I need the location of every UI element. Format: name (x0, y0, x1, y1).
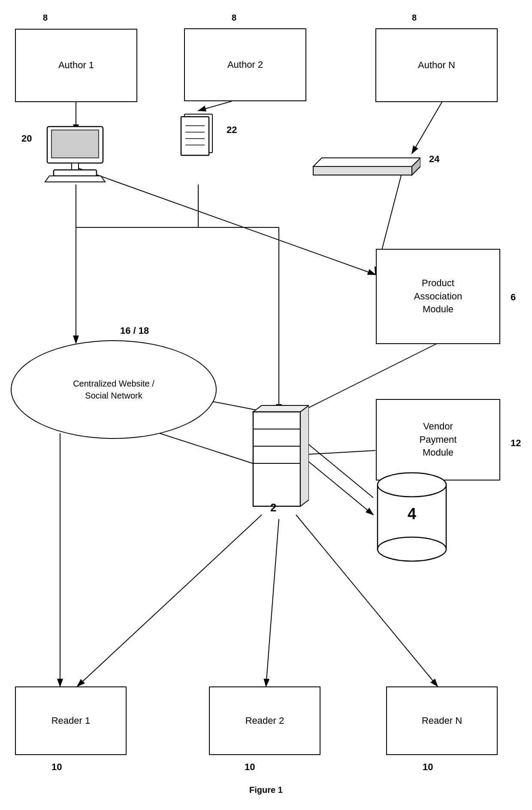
centralized-website-label: Centralized Website / Social Network (73, 378, 154, 402)
svg-rect-26 (72, 163, 79, 170)
svg-line-17 (300, 455, 373, 515)
svg-line-18 (300, 438, 373, 498)
reader1-box: Reader 1 (15, 686, 127, 755)
diagram: Author 1 8 Author 2 8 Author N 8 20 (0, 0, 532, 810)
svg-line-16 (300, 450, 375, 455)
device22-icon (176, 111, 219, 184)
svg-rect-25 (51, 130, 99, 158)
svg-text:4: 4 (408, 505, 416, 523)
author1-label: Author 1 (58, 59, 94, 72)
computer-num: 20 (21, 133, 32, 144)
svg-line-3 (198, 101, 232, 111)
reader1-label: Reader 1 (51, 714, 91, 728)
svg-line-20 (77, 515, 262, 686)
readerN-num: 10 (423, 762, 433, 773)
svg-point-46 (378, 537, 446, 561)
server-icon (245, 403, 309, 515)
vendor-payment-label: Vendor Payment Module (420, 420, 457, 459)
author2-box: Author 2 (184, 28, 306, 101)
database-icon: 4 (369, 468, 455, 566)
readerN-label: Reader N (422, 714, 462, 728)
svg-marker-38 (253, 405, 309, 412)
svg-marker-35 (313, 158, 420, 166)
svg-rect-30 (181, 117, 209, 155)
readerN-box: Reader N (386, 686, 498, 755)
product-assoc-label: Product Association Module (414, 277, 462, 316)
author2-label: Author 2 (227, 58, 263, 72)
product-assoc-num: 6 (511, 292, 516, 303)
figure-caption: Figure 1 (215, 785, 317, 795)
vendor-payment-num: 12 (511, 438, 521, 449)
author1-box: Author 1 (15, 29, 137, 102)
server-num: 2 (270, 501, 276, 514)
reader2-num: 10 (245, 762, 255, 773)
centralized-website-ellipse: Centralized Website / Social Network (11, 340, 217, 439)
centralized-website-num: 16 / 18 (120, 325, 149, 336)
computer-icon (39, 124, 114, 184)
author1-num: 8 (43, 13, 48, 23)
authorN-num: 8 (412, 13, 417, 23)
reader1-num: 10 (51, 762, 62, 773)
svg-marker-40 (300, 405, 309, 506)
svg-rect-39 (253, 412, 300, 506)
authorN-box: Author N (375, 28, 498, 102)
svg-rect-27 (54, 170, 97, 176)
svg-line-4 (412, 102, 442, 154)
svg-line-21 (266, 519, 279, 686)
product-assoc-box: Product Association Module (376, 249, 500, 344)
device24-icon (309, 149, 420, 184)
svg-point-45 (378, 473, 446, 497)
reader2-label: Reader 2 (245, 714, 284, 728)
reader2-box: Reader 2 (209, 686, 320, 755)
author2-num: 8 (232, 13, 236, 23)
svg-marker-36 (313, 166, 412, 175)
device24-num: 24 (429, 154, 439, 165)
caption-text: Figure 1 (249, 785, 283, 795)
device22-num: 22 (227, 124, 237, 136)
svg-marker-28 (45, 176, 105, 182)
authorN-label: Author N (418, 59, 455, 72)
